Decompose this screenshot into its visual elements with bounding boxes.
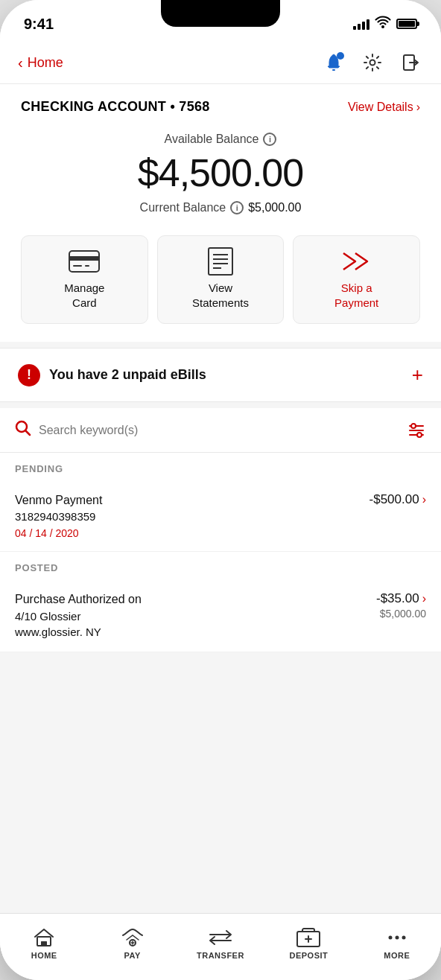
skip-payment-icon: [342, 249, 372, 273]
notification-dot: [337, 52, 344, 60]
phone-screen: 9:41: [0, 0, 441, 980]
transaction-chevron-icon: ›: [422, 493, 426, 506]
bottom-nav-home[interactable]: HOME: [18, 927, 70, 960]
posted-amount-row: -$35.00 ›: [376, 591, 426, 606]
posted-transaction-chevron-icon: ›: [422, 592, 426, 605]
posted-section-label: POSTED: [0, 552, 441, 579]
search-bar: [0, 408, 441, 453]
ebills-alert: ! You have 2 unpaid eBills +: [0, 348, 441, 402]
status-icons: [353, 16, 417, 31]
search-icon: [15, 420, 31, 440]
filter-button[interactable]: [407, 421, 426, 440]
transaction-details: Venmo Payment 3182940398359 04 / 14 / 20…: [15, 492, 369, 539]
transactions-section: PENDING Venmo Payment 3182940398359 04 /…: [0, 408, 441, 652]
skip-payment-button[interactable]: Skip a Payment: [293, 235, 420, 324]
bottom-nav-deposit[interactable]: DEPOSIT: [282, 927, 334, 960]
posted-transaction-details: Purchase Authorized on 4/10 Glossier www…: [15, 591, 376, 639]
deposit-nav-label: DEPOSIT: [289, 951, 328, 960]
manage-card-icon: [69, 249, 99, 273]
transaction-ref: 3182940398359: [15, 509, 369, 524]
notch: [161, 0, 280, 27]
transaction-amount-col: -$500.00 ›: [369, 492, 426, 507]
settings-button[interactable]: [361, 51, 384, 74]
home-nav-label: HOME: [31, 951, 57, 960]
posted-transaction-amount: -$35.00: [376, 591, 419, 606]
more-icon: [385, 927, 409, 948]
svg-rect-5: [73, 265, 82, 267]
search-input[interactable]: [39, 424, 398, 437]
current-amount: $5,000.00: [248, 201, 301, 214]
current-balance-info-icon[interactable]: i: [230, 201, 244, 214]
manage-card-button[interactable]: Manage Card: [21, 235, 148, 324]
scrollable-content[interactable]: ‹ Home: [0, 42, 441, 955]
current-balance-row: Current Balance i $5,000.00: [21, 201, 420, 214]
ebills-alert-icon: !: [18, 364, 40, 386]
account-header: CHECKING ACCOUNT • 7568 View Details ›: [21, 99, 420, 115]
pending-transaction-item[interactable]: Venmo Payment 3182940398359 04 / 14 / 20…: [0, 480, 441, 552]
svg-rect-7: [209, 248, 232, 275]
available-balance-info-icon[interactable]: i: [263, 133, 276, 146]
bottom-nav-more[interactable]: MORE: [371, 927, 423, 960]
svg-rect-4: [69, 256, 99, 261]
back-chevron-icon: ‹: [18, 54, 23, 71]
nav-bar: ‹ Home: [0, 42, 441, 84]
more-nav-label: MORE: [384, 951, 410, 960]
bottom-nav: HOME PAY: [0, 913, 441, 980]
svg-point-25: [402, 935, 405, 939]
account-card: CHECKING ACCOUNT • 7568 View Details › A…: [0, 84, 441, 342]
svg-point-1: [370, 60, 375, 66]
pending-section-label: PENDING: [0, 453, 441, 480]
posted-transaction-name: Purchase Authorized on: [15, 591, 376, 608]
transfer-icon: [209, 927, 232, 948]
svg-point-18: [417, 433, 422, 437]
home-nav-label: Home: [28, 55, 63, 71]
posted-transaction-ref: 4/10 Glossier: [15, 608, 376, 624]
ebills-left: ! You have 2 unpaid eBills: [18, 364, 206, 386]
transaction-date: 04 / 14 / 2020: [15, 527, 369, 539]
pay-icon: [121, 927, 145, 948]
bottom-nav-transfer[interactable]: TRANSFER: [194, 927, 247, 960]
home-back-button[interactable]: ‹ Home: [18, 54, 63, 71]
account-name: CHECKING ACCOUNT • 7568: [21, 99, 210, 115]
search-wrapper: [15, 420, 398, 440]
transaction-name: Venmo Payment: [15, 492, 369, 509]
available-amount: $4,500.00: [21, 150, 420, 195]
skip-payment-label: Skip a Payment: [334, 281, 378, 310]
wifi-icon: [375, 16, 390, 31]
home-icon: [32, 927, 56, 948]
deposit-icon: [296, 927, 320, 948]
svg-point-17: [411, 424, 416, 428]
posted-transaction-location: www.glossier. NY: [15, 624, 376, 640]
status-time: 9:41: [24, 16, 54, 33]
status-bar: 9:41: [0, 0, 441, 42]
available-balance-label: Available Balance i: [21, 133, 420, 146]
svg-rect-0: [332, 69, 335, 71]
svg-point-23: [395, 935, 399, 939]
logout-button[interactable]: [399, 51, 423, 74]
view-statements-button[interactable]: View Statements: [157, 235, 285, 324]
notification-button[interactable]: [322, 51, 346, 74]
svg-line-13: [26, 431, 31, 436]
transaction-amount: -$500.00: [369, 492, 419, 507]
phone-frame: 9:41: [0, 0, 441, 980]
ebills-message: You have 2 unpaid eBills: [49, 367, 206, 383]
bottom-nav-pay[interactable]: PAY: [107, 927, 159, 960]
posted-transaction-amount-col: -$35.00 › $5,000.00: [376, 591, 426, 620]
view-statements-label: View Statements: [192, 281, 249, 310]
svg-point-24: [388, 935, 392, 939]
svg-rect-6: [85, 265, 89, 267]
manage-card-label: Manage Card: [64, 281, 104, 310]
posted-transaction-item[interactable]: Purchase Authorized on 4/10 Glossier www…: [0, 579, 441, 652]
battery-icon: [396, 19, 417, 29]
transfer-nav-label: TRANSFER: [197, 951, 244, 960]
view-statements-icon: [206, 249, 235, 273]
signal-icon: [353, 18, 369, 30]
quick-actions: Manage Card: [21, 226, 420, 327]
balance-section: Available Balance i $4,500.00 Current Ba…: [21, 127, 420, 226]
ebills-add-button[interactable]: +: [412, 363, 423, 386]
svg-rect-20: [41, 941, 47, 946]
view-details-button[interactable]: View Details ›: [348, 101, 420, 114]
pay-nav-label: PAY: [124, 951, 140, 960]
nav-icons: [322, 51, 423, 74]
posted-transaction-balance: $5,000.00: [380, 608, 426, 620]
